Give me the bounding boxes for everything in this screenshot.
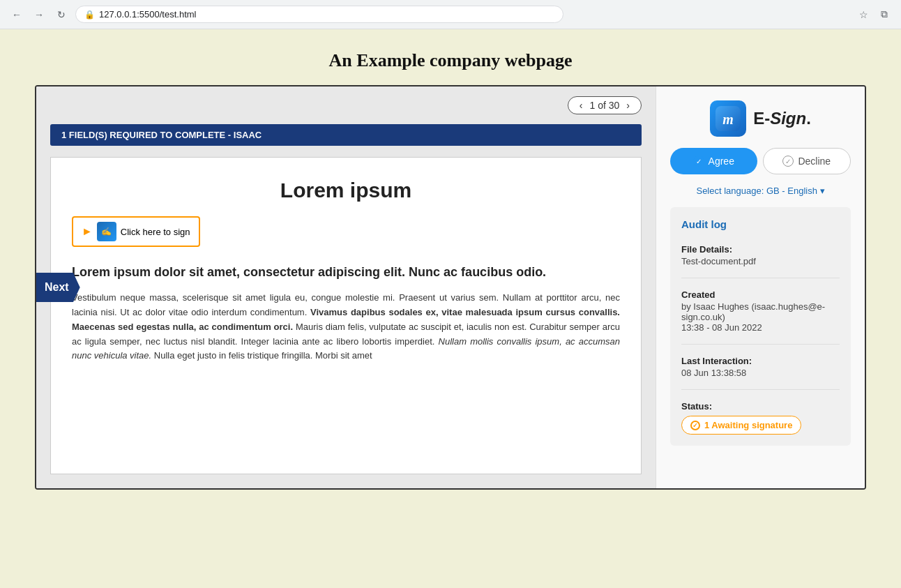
- esign-sign-text: Sign: [770, 109, 806, 128]
- page-title: An Example company webpage: [35, 50, 866, 71]
- agree-label: Agree: [709, 156, 734, 167]
- last-interaction-field: Last Interaction: 08 Jun 13:38:58: [681, 356, 840, 378]
- agree-button[interactable]: ✓ Agree: [670, 148, 757, 174]
- page-wrapper: An Example company webpage Next ‹ 1 of 3…: [0, 29, 901, 511]
- forward-button[interactable]: →: [31, 6, 47, 23]
- left-panel: Next ‹ 1 of 30 › 1 FIELD(S) REQUIRED TO …: [36, 86, 656, 488]
- browser-icons-right: ☆ ⧉: [855, 6, 893, 23]
- status-badge: 1 Awaiting signature: [681, 416, 801, 435]
- file-details-value: Test-document.pdf: [681, 256, 840, 266]
- decline-button[interactable]: ✓ Decline: [763, 148, 851, 174]
- right-panel: m E-Sign. ✓ Agree ✓ Decline: [656, 86, 865, 488]
- document-subtitle: Lorem ipsum dolor sit amet, consectetur …: [72, 264, 620, 281]
- pagination-control: ‹ 1 of 30 ›: [568, 96, 642, 114]
- divider-1: [681, 278, 840, 278]
- agree-check-icon: ✓: [693, 156, 704, 167]
- last-interaction-value: 08 Jun 13:38:58: [681, 368, 840, 378]
- back-button[interactable]: ←: [8, 6, 25, 23]
- language-label: Select language: GB - English: [696, 186, 817, 196]
- esign-dot: .: [806, 109, 811, 128]
- document-body: Vestibulum neque massa, scelerisque sit …: [72, 291, 620, 363]
- status-value: 1 Awaiting signature: [704, 420, 792, 430]
- esign-logo-icon: m: [710, 100, 746, 137]
- audit-log-section: Audit log File Details: Test-document.pd…: [670, 207, 851, 446]
- created-label: Created: [681, 289, 840, 300]
- lock-icon: 🔒: [84, 10, 95, 20]
- document-area: Lorem ipsum ► ✍ Click here to sign Lorem…: [50, 157, 642, 474]
- sign-arrow-icon: ►: [82, 225, 93, 238]
- file-details-field: File Details: Test-document.pdf: [681, 244, 840, 266]
- last-interaction-label: Last Interaction:: [681, 356, 840, 366]
- sign-icon: ✍: [97, 222, 116, 241]
- address-bar[interactable]: 🔒 127.0.0.1:5500/test.html: [75, 6, 563, 23]
- sign-button-label: Click here to sign: [121, 227, 190, 237]
- tab-icon[interactable]: ⧉: [876, 6, 893, 23]
- action-buttons: ✓ Agree ✓ Decline: [670, 148, 851, 174]
- pagination-bar: ‹ 1 of 30 ›: [36, 86, 656, 124]
- esign-logo-text: E-Sign.: [753, 109, 811, 128]
- fields-required-banner: 1 FIELD(S) REQUIRED TO COMPLETE - ISAAC: [50, 124, 642, 146]
- sign-button[interactable]: ► ✍ Click here to sign: [72, 216, 200, 247]
- status-label: Status:: [681, 401, 840, 412]
- esign-logo-svg: m: [716, 106, 741, 131]
- file-details-label: File Details:: [681, 244, 840, 255]
- document-title: Lorem ipsum: [72, 179, 620, 202]
- language-selector[interactable]: Select language: GB - English ▾: [670, 186, 851, 196]
- esign-logo: m E-Sign.: [670, 100, 851, 137]
- status-dot-icon: [690, 421, 700, 430]
- main-container: Next ‹ 1 of 30 › 1 FIELD(S) REQUIRED TO …: [35, 85, 866, 490]
- next-page-button[interactable]: ›: [625, 100, 631, 111]
- bookmark-icon[interactable]: ☆: [855, 6, 872, 23]
- url-text: 127.0.0.1:5500/test.html: [99, 9, 196, 20]
- divider-3: [681, 389, 840, 390]
- chevron-down-icon: ▾: [820, 186, 825, 196]
- browser-chrome: ← → ↻ 🔒 127.0.0.1:5500/test.html ☆ ⧉: [0, 0, 901, 29]
- status-field: Status: 1 Awaiting signature: [681, 401, 840, 435]
- esign-e-prefix: E-: [753, 109, 770, 128]
- next-button[interactable]: Next: [35, 273, 80, 302]
- decline-label: Decline: [798, 156, 831, 167]
- decline-icon: ✓: [782, 156, 794, 167]
- prev-page-button[interactable]: ‹: [578, 100, 584, 111]
- doc-body-text3: Nulla eget justo in felis tristique frin…: [154, 350, 372, 361]
- refresh-button[interactable]: ↻: [53, 6, 70, 23]
- audit-log-title: Audit log: [681, 218, 840, 230]
- sign-button-container: ► ✍ Click here to sign: [72, 216, 620, 247]
- svg-text:m: m: [722, 112, 734, 127]
- pagination-text: 1 of 30: [590, 100, 620, 111]
- created-date: 13:38 - 08 Jun 2022: [681, 322, 840, 333]
- divider-2: [681, 344, 840, 345]
- created-by: by Isaac Hughes (isaac.hughes@e-sign.co.…: [681, 301, 840, 322]
- created-field: Created by Isaac Hughes (isaac.hughes@e-…: [681, 289, 840, 333]
